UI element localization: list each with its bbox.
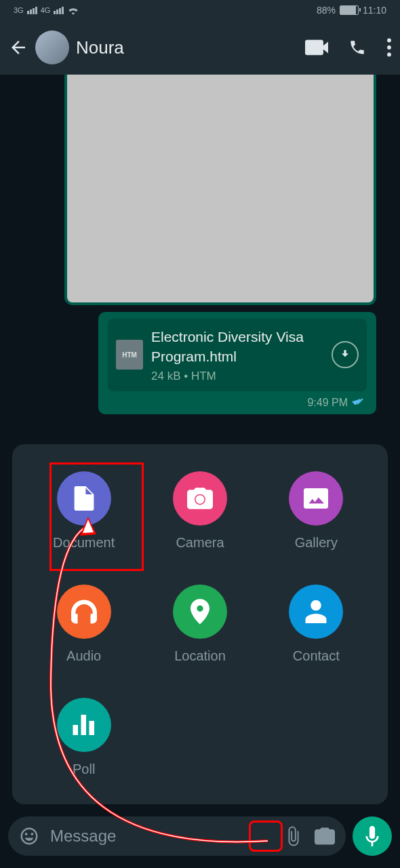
signal-icon [27,7,37,14]
read-receipt-icon [352,397,367,409]
contact-name[interactable]: Noura [76,37,298,58]
headphones-icon [71,599,97,624]
svg-rect-3 [73,725,78,735]
document-file-icon: HTM [116,340,143,370]
back-arrow-icon[interactable] [8,37,28,58]
attach-document[interactable]: Document [33,471,135,551]
attach-contact-label: Contact [293,648,340,664]
avatar[interactable] [35,31,69,64]
image-message[interactable] [64,75,376,305]
attach-camera-label: Camera [176,535,224,551]
svg-point-0 [387,39,391,43]
chat-header: Noura [0,20,400,75]
download-button[interactable] [332,341,359,368]
attach-audio-label: Audio [66,648,101,664]
chat-area: HTM Electronic Diversity Visa Program.ht… [0,75,400,441]
attachment-clip-icon[interactable] [283,826,304,846]
document-meta: 24 kB • HTM [151,370,323,383]
voice-call-icon[interactable] [348,39,366,56]
network-4g-label: 4G [41,6,51,14]
attachment-panel: Document Camera Gallery Audio Location [12,444,388,804]
attach-camera[interactable]: Camera [148,471,251,551]
poll-bars-icon [73,715,96,735]
wifi-icon [67,5,79,15]
microphone-icon [365,826,379,846]
message-input-bar: Message [8,816,392,856]
gallery-icon [304,488,328,509]
network-3g-label: 3G [14,6,24,14]
svg-point-2 [387,53,391,57]
more-menu-icon[interactable] [386,38,392,57]
svg-rect-4 [81,715,86,735]
attach-location-label: Location [174,648,226,664]
person-icon [305,600,327,623]
message-input-field[interactable]: Message [8,816,346,856]
attach-audio[interactable]: Audio [33,585,135,664]
attach-gallery-label: Gallery [295,535,338,551]
battery-icon [340,5,359,15]
camera-icon [187,488,213,509]
attach-poll[interactable]: Poll [33,698,135,777]
attach-gallery[interactable]: Gallery [265,471,367,551]
battery-percent: 88% [317,5,336,16]
video-call-icon[interactable] [305,39,328,56]
camera-input-icon[interactable] [315,827,335,845]
attach-contact[interactable]: Contact [265,585,367,664]
attach-document-label: Document [53,535,115,551]
emoji-icon[interactable] [19,826,39,846]
message-timestamp: 9:49 PM [108,397,367,409]
status-bar: 3G 4G 88% 11:10 [0,0,400,20]
svg-rect-5 [89,721,94,735]
document-message[interactable]: HTM Electronic Diversity Visa Program.ht… [98,312,376,414]
document-filename: Electronic Diversity Visa Program.html [151,327,323,367]
status-time: 11:10 [363,5,386,16]
location-pin-icon [191,599,209,625]
svg-point-1 [387,45,391,50]
message-placeholder: Message [50,827,273,846]
voice-message-button[interactable] [353,816,392,856]
attach-location[interactable]: Location [148,585,251,664]
document-icon [74,486,94,511]
attach-poll-label: Poll [73,762,95,777]
signal-icon [54,7,64,14]
